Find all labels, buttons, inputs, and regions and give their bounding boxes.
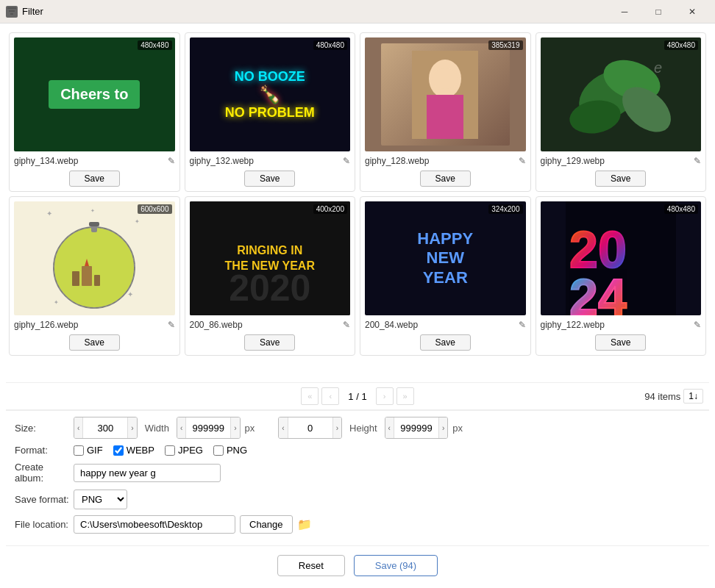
image-card-5: 2020 RINGING INTHE NEW YEAR 400x200 200_… <box>185 196 356 356</box>
png-label: PNG <box>227 445 247 456</box>
title-bar-left: Filter <box>6 6 43 18</box>
min-width-input[interactable] <box>83 420 127 437</box>
image-card-2: 385x319 giphy_128.webp ✎ Save <box>360 32 531 192</box>
svg-text:✦: ✦ <box>135 218 140 225</box>
thumb-7: 20 24 <box>541 201 702 315</box>
edit-icon-5[interactable]: ✎ <box>343 320 350 330</box>
image-info-2: giphy_128.webp ✎ <box>365 156 526 166</box>
png-checkbox[interactable] <box>213 445 224 456</box>
svg-rect-5 <box>427 95 463 139</box>
file-location-row: File location: Change 📁 <box>15 515 700 534</box>
album-row: Create album: <box>15 462 700 484</box>
svg-text:✦: ✦ <box>127 290 133 298</box>
save-button-5[interactable]: Save <box>244 334 295 351</box>
first-page-button[interactable]: « <box>301 387 319 405</box>
width-unit: px <box>245 423 255 434</box>
prev-page-button[interactable]: ‹ <box>321 387 339 405</box>
image-thumb-container-7: 20 24 <box>541 201 702 315</box>
jpeg-label: JPEG <box>178 445 203 456</box>
image-thumb-container-5: 2020 RINGING INTHE NEW YEAR 400x200 <box>190 201 351 315</box>
image-name-4: giphy_126.webp <box>14 320 165 330</box>
filter-section: Size: ‹ › Width ‹ › px ‹ › <box>6 410 709 545</box>
image-card-0: Cheers to 480x480 giphy_134.webp ✎ Save <box>9 32 180 192</box>
image-card-4: ✦ ✦ ✦ ✦ ✦ <box>9 196 180 356</box>
maximize-button[interactable]: □ <box>641 0 675 24</box>
jpeg-checkbox[interactable] <box>165 445 175 456</box>
min-width-right-btn[interactable]: › <box>127 417 136 438</box>
album-label: Create album: <box>15 462 74 484</box>
next-page-button[interactable]: › <box>376 387 394 405</box>
save-format-select[interactable]: PNG JPG WEBP GIF <box>74 490 127 509</box>
edit-icon-7[interactable]: ✎ <box>694 320 701 330</box>
svg-text:✦: ✦ <box>46 209 52 218</box>
image-info-5: 200_86.webp ✎ <box>190 320 351 330</box>
max-height-right-btn[interactable]: › <box>438 417 447 438</box>
save-button-7[interactable]: Save <box>595 334 646 351</box>
save-format-label: Save format: <box>15 494 74 505</box>
sort-button[interactable]: 1↓ <box>683 389 703 404</box>
edit-icon-1[interactable]: ✎ <box>343 156 350 166</box>
thumb-5: 2020 RINGING INTHE NEW YEAR <box>190 201 351 315</box>
close-button[interactable]: ✕ <box>675 0 709 24</box>
save-button-3[interactable]: Save <box>595 171 646 187</box>
edit-icon-3[interactable]: ✎ <box>694 156 701 166</box>
items-count-area: 94 items 1↓ <box>644 389 703 404</box>
svg-rect-2 <box>10 13 13 15</box>
change-button[interactable]: Change <box>240 515 293 534</box>
webp-checkbox[interactable] <box>113 445 124 456</box>
max-width-input[interactable] <box>186 420 230 437</box>
thumb-2 <box>365 37 526 151</box>
size-badge-4: 600x600 <box>138 204 171 214</box>
format-checkbox-group: GIF WEBP JPEG PNG <box>74 445 247 456</box>
save-button-4[interactable]: Save <box>69 334 120 351</box>
thumb-3: e <box>541 37 702 151</box>
image-thumb-container-0: Cheers to 480x480 <box>14 37 175 151</box>
folder-icon[interactable]: 📁 <box>297 517 312 531</box>
save-button-1[interactable]: Save <box>244 171 295 187</box>
save-all-button[interactable]: Save (94) <box>354 555 438 576</box>
gif-checkbox[interactable] <box>74 445 84 456</box>
svg-rect-1 <box>9 10 15 12</box>
max-height-input[interactable] <box>394 420 438 437</box>
max-height-left-btn[interactable]: ‹ <box>385 417 394 438</box>
image-name-0: giphy_134.webp <box>14 156 165 166</box>
png-checkbox-item[interactable]: PNG <box>213 445 247 456</box>
max-width-right-btn[interactable]: › <box>230 417 239 438</box>
min-height-right-btn[interactable]: › <box>332 417 341 438</box>
file-location-input[interactable] <box>74 515 235 534</box>
svg-rect-21 <box>72 271 79 286</box>
min-height-input[interactable] <box>288 420 332 437</box>
min-height-group: ‹ › <box>278 417 342 439</box>
thumb-1: NO BOOZE 🍾 NO PROBLEM <box>190 37 351 151</box>
image-info-4: giphy_126.webp ✎ <box>14 320 175 330</box>
max-width-left-btn[interactable]: ‹ <box>177 417 186 438</box>
last-page-button[interactable]: » <box>396 387 414 405</box>
jpeg-checkbox-item[interactable]: JPEG <box>165 445 203 456</box>
image-info-7: giphy_122.webp ✎ <box>541 320 702 330</box>
image-info-1: giphy_132.webp ✎ <box>190 156 351 166</box>
svg-text:e: e <box>654 60 662 76</box>
size-badge-6: 324x200 <box>488 204 522 214</box>
save-button-2[interactable]: Save <box>420 171 471 187</box>
total-pages: 1 <box>361 391 366 402</box>
min-width-left-btn[interactable]: ‹ <box>74 417 83 438</box>
webp-checkbox-item[interactable]: WEBP <box>113 445 154 456</box>
thumb-6: HAPPYNEWYEAR <box>365 201 526 315</box>
svg-rect-0 <box>7 7 16 9</box>
svg-rect-22 <box>82 266 92 286</box>
edit-icon-2[interactable]: ✎ <box>519 156 526 166</box>
size-badge-3: 480x480 <box>664 40 698 50</box>
edit-icon-0[interactable]: ✎ <box>168 156 175 166</box>
min-height-left-btn[interactable]: ‹ <box>279 417 288 438</box>
size-inputs: ‹ › Width ‹ › px ‹ › Height <box>74 417 463 439</box>
current-page: 1 <box>348 391 353 402</box>
window-title: Filter <box>22 6 43 17</box>
edit-icon-6[interactable]: ✎ <box>519 320 526 330</box>
save-button-0[interactable]: Save <box>69 171 120 187</box>
reset-button[interactable]: Reset <box>277 555 345 576</box>
edit-icon-4[interactable]: ✎ <box>168 320 175 330</box>
save-button-6[interactable]: Save <box>420 334 471 351</box>
gif-checkbox-item[interactable]: GIF <box>74 445 103 456</box>
minimize-button[interactable]: ─ <box>608 0 641 24</box>
album-input[interactable] <box>74 464 221 482</box>
